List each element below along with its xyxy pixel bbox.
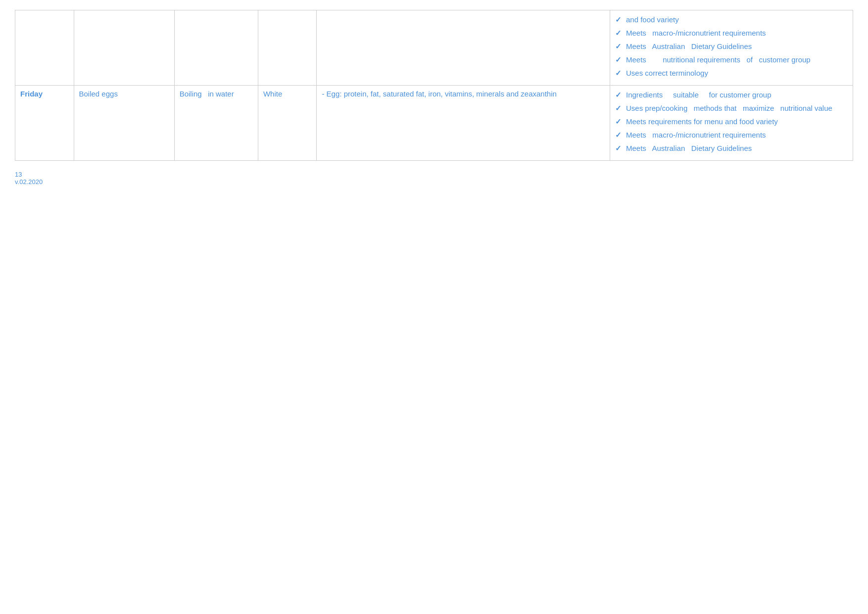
criteria-item: Meets Australian Dietary Guidelines <box>615 41 848 51</box>
criteria-item: and food variety <box>615 14 848 25</box>
criteria-list-friday: Ingredients suitable for customer group … <box>615 90 848 153</box>
color-cell-friday: White <box>258 86 317 161</box>
criteria-cell-friday: Ingredients suitable for customer group … <box>610 86 853 161</box>
table-row: and food variety Meets macro-/micronutri… <box>15 10 853 86</box>
version-number: v.02.2020 <box>15 178 43 186</box>
color-cell <box>258 10 317 86</box>
criteria-list-top: and food variety Meets macro-/micronutri… <box>615 14 848 78</box>
page-wrapper: and food variety Meets macro-/micronutri… <box>0 0 868 205</box>
criteria-item: Meets macro-/micronutrient requirements <box>615 130 848 140</box>
criteria-cell-top: and food variety Meets macro-/micronutri… <box>610 10 853 86</box>
criteria-item: Meets nutritional requirements of custom… <box>615 54 848 65</box>
nutrient-cell-friday: - Egg: protein, fat, saturated fat, iron… <box>317 86 610 161</box>
table-row: Friday Boiled eggs Boiling in water Whit… <box>15 86 853 161</box>
method-cell-friday: Boiling in water <box>174 86 258 161</box>
day-cell-friday: Friday <box>15 86 74 161</box>
criteria-item: Meets Australian Dietary Guidelines <box>615 143 848 153</box>
nutrient-cell <box>317 10 610 86</box>
food-cell-friday: Boiled eggs <box>74 86 174 161</box>
day-cell <box>15 10 74 86</box>
food-cell <box>74 10 174 86</box>
page-number: 13 <box>15 171 22 178</box>
criteria-item: Meets requirements for menu and food var… <box>615 116 848 127</box>
criteria-item: Meets macro-/micronutrient requirements <box>615 28 848 38</box>
method-cell <box>174 10 258 86</box>
criteria-item: Ingredients suitable for customer group <box>615 90 848 100</box>
criteria-item: Uses prep/cooking methods that maximize … <box>615 103 848 113</box>
criteria-item: Uses correct terminology <box>615 68 848 78</box>
main-table: and food variety Meets macro-/micronutri… <box>15 10 853 161</box>
footer: 13 v.02.2020 <box>15 171 853 186</box>
